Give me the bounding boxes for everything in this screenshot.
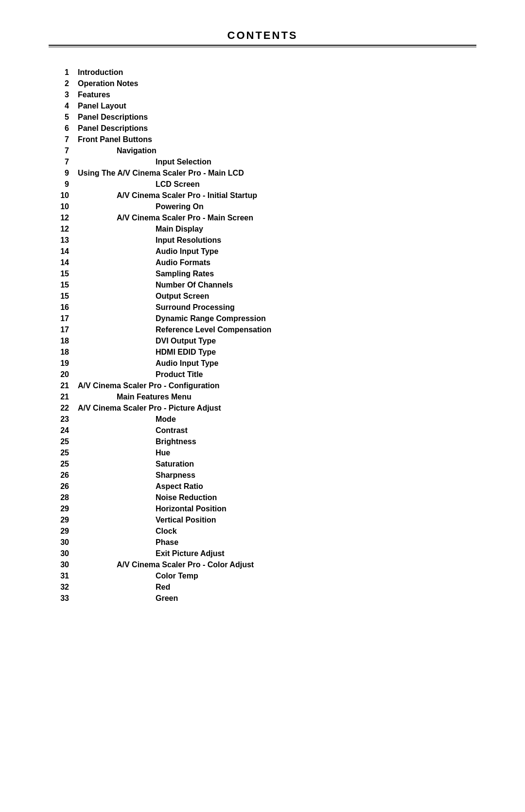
toc-row: 14Audio Formats [49,257,476,268]
toc-page-number: 2 [49,78,78,89]
toc-entry-label: Clock [78,525,476,537]
toc-entry-label: A/V Cinema Scaler Pro - Main Screen [78,212,476,223]
toc-page-number: 17 [49,313,78,324]
toc-row: 32Red [49,581,476,593]
toc-row: 3Features [49,89,476,100]
toc-row: 26Aspect Ratio [49,481,476,492]
toc-row: 21Main Features Menu [49,391,476,402]
toc-entry-label: Front Panel Buttons [78,134,476,145]
toc-page-number: 25 [49,447,78,458]
toc-page-number: 14 [49,257,78,268]
toc-entry-label: A/V Cinema Scaler Pro - Initial Startup [78,190,476,201]
toc-page-number: 1 [49,67,78,78]
toc-entry-label: A/V Cinema Scaler Pro - Configuration [78,380,476,391]
page: CONTENTS 1Introduction2Operation Notes3F… [0,0,525,812]
toc-entry-label: Main Features Menu [78,391,476,402]
toc-page-number: 26 [49,481,78,492]
toc-page-number: 29 [49,525,78,537]
toc-entry-label: Phase [78,537,476,548]
toc-page-number: 15 [49,290,78,302]
toc-entry-label: Audio Formats [78,257,476,268]
toc-row: 26Sharpness [49,469,476,481]
divider-top [49,45,476,46]
toc-row: 7Navigation [49,145,476,156]
toc-entry-label: Output Screen [78,290,476,302]
toc-page-number: 18 [49,335,78,346]
toc-entry-label: Noise Reduction [78,492,476,503]
toc-entry-label: A/V Cinema Scaler Pro - Picture Adjust [78,402,476,414]
toc-row: 15Output Screen [49,290,476,302]
toc-entry-label: Operation Notes [78,78,476,89]
toc-entry-label: Introduction [78,67,476,78]
toc-entry-label: Panel Layout [78,100,476,111]
toc-row: 14Audio Input Type [49,246,476,257]
toc-page-number: 28 [49,492,78,503]
toc-row: 29Vertical Position [49,514,476,525]
toc-page-number: 10 [49,201,78,212]
toc-page-number: 15 [49,268,78,279]
toc-page-number: 25 [49,458,78,469]
toc-row: 9LCD Screen [49,179,476,190]
toc-page-number: 19 [49,358,78,369]
toc-row: 12Main Display [49,223,476,235]
toc-row: 9Using The A/V Cinema Scaler Pro - Main … [49,167,476,179]
toc-entry-label: Main Display [78,223,476,235]
toc-page-number: 14 [49,246,78,257]
toc-entry-label: Contrast [78,425,476,436]
toc-entry-label: Product Title [78,369,476,380]
toc-row: 1Introduction [49,67,476,78]
toc-row: 12A/V Cinema Scaler Pro - Main Screen [49,212,476,223]
toc-entry-label: Powering On [78,201,476,212]
toc-row: 17Reference Level Compensation [49,324,476,335]
toc-entry-label: Panel Descriptions [78,111,476,123]
toc-row: 20Product Title [49,369,476,380]
toc-entry-label: Number Of Channels [78,279,476,290]
toc-page-number: 25 [49,436,78,447]
toc-row: 15Number Of Channels [49,279,476,290]
toc-row: 18DVI Output Type [49,335,476,346]
toc-page-number: 6 [49,123,78,134]
toc-row: 30A/V Cinema Scaler Pro - Color Adjust [49,559,476,570]
toc-entry-label: Features [78,89,476,100]
toc-row: 19Audio Input Type [49,358,476,369]
toc-row: 22A/V Cinema Scaler Pro - Picture Adjust [49,402,476,414]
toc-row: 23Mode [49,414,476,425]
toc-page-number: 7 [49,134,78,145]
toc-row: 7Front Panel Buttons [49,134,476,145]
toc-page-number: 3 [49,89,78,100]
toc-page-number: 20 [49,369,78,380]
toc-table: 1Introduction2Operation Notes3Features4P… [49,67,476,604]
toc-page-number: 29 [49,514,78,525]
toc-row: 17Dynamic Range Compression [49,313,476,324]
toc-page-number: 30 [49,548,78,559]
toc-page-number: 15 [49,279,78,290]
toc-page-number: 21 [49,391,78,402]
toc-entry-label: Brightness [78,436,476,447]
toc-row: 25Hue [49,447,476,458]
toc-row: 18HDMI EDID Type [49,346,476,358]
toc-row: 15Sampling Rates [49,268,476,279]
toc-page-number: 26 [49,469,78,481]
toc-page-number: 5 [49,111,78,123]
toc-entry-label: Sampling Rates [78,268,476,279]
toc-row: 28Noise Reduction [49,492,476,503]
toc-entry-label: Input Selection [78,156,476,167]
toc-entry-label: Panel Descriptions [78,123,476,134]
toc-entry-label: Input Resolutions [78,235,476,246]
toc-entry-label: Mode [78,414,476,425]
toc-row: 30Phase [49,537,476,548]
page-header: CONTENTS [49,29,476,42]
toc-row: 29Horizontal Position [49,503,476,514]
toc-page-number: 7 [49,156,78,167]
toc-row: 21A/V Cinema Scaler Pro - Configuration [49,380,476,391]
toc-page-number: 31 [49,570,78,581]
toc-row: 5Panel Descriptions [49,111,476,123]
toc-entry-label: Hue [78,447,476,458]
toc-row: 33Green [49,593,476,604]
toc-page-number: 33 [49,593,78,604]
toc-page-number: 9 [49,167,78,179]
toc-row: 25Brightness [49,436,476,447]
toc-page-number: 12 [49,212,78,223]
toc-entry-label: Using The A/V Cinema Scaler Pro - Main L… [78,167,476,179]
toc-page-number: 18 [49,346,78,358]
